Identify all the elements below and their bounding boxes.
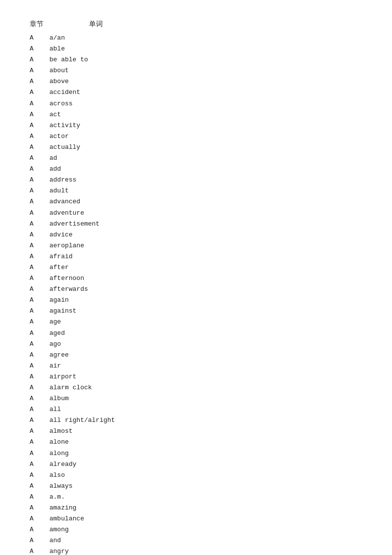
- word-cell: across: [49, 98, 362, 109]
- chapter-cell: A: [30, 306, 44, 317]
- word-cell: act: [49, 109, 362, 120]
- chapter-cell: A: [30, 426, 44, 437]
- word-cell: again: [49, 295, 362, 306]
- table-row: Aad: [30, 153, 362, 164]
- chapter-cell: A: [30, 240, 44, 251]
- chapter-cell: A: [30, 33, 44, 44]
- word-cell: able: [49, 44, 362, 54]
- chapter-cell: A: [30, 317, 44, 327]
- table-row: Aand: [30, 535, 362, 546]
- chapter-cell: A: [30, 393, 44, 404]
- table-row: Aalone: [30, 437, 362, 448]
- chapter-cell: A: [30, 415, 44, 426]
- word-cell: alone: [49, 437, 362, 448]
- word-cell: about: [49, 65, 362, 76]
- chapter-cell: A: [30, 76, 44, 87]
- word-cell: address: [49, 175, 362, 185]
- table-row: Aadventure: [30, 208, 362, 219]
- chapter-cell: A: [30, 164, 44, 175]
- chapter-cell: A: [30, 361, 44, 371]
- chapter-cell: A: [30, 339, 44, 350]
- word-cell: actually: [49, 142, 362, 153]
- word-cell: after: [49, 262, 362, 273]
- word-cell: amazing: [49, 503, 362, 513]
- chapter-cell: A: [30, 481, 44, 492]
- chapter-cell: A: [30, 65, 44, 76]
- word-cell: afraid: [49, 251, 362, 262]
- word-cell: along: [49, 448, 362, 459]
- table-row: Aage: [30, 317, 362, 327]
- chapter-cell: A: [30, 513, 44, 524]
- word-cell: age: [49, 317, 362, 327]
- table-row: Aabout: [30, 65, 362, 76]
- chapter-cell: A: [30, 98, 44, 109]
- table-row: Aalmost: [30, 426, 362, 437]
- table-row: Aactor: [30, 131, 362, 142]
- word-cell: adult: [49, 185, 362, 196]
- table-row: Aalready: [30, 459, 362, 470]
- word-cell: already: [49, 459, 362, 470]
- table-row: Aairport: [30, 371, 362, 382]
- word-cell: advanced: [49, 196, 362, 207]
- chapter-cell: A: [30, 44, 44, 54]
- word-cell: and: [49, 535, 362, 546]
- chapter-cell: A: [30, 295, 44, 306]
- table-row: Aafternoon: [30, 273, 362, 284]
- word-cell: against: [49, 306, 362, 317]
- table-row: Aaddress: [30, 175, 362, 185]
- chapter-cell: A: [30, 524, 44, 535]
- chapter-cell: A: [30, 54, 44, 65]
- table-row: Abe able to: [30, 54, 362, 65]
- chapter-cell: A: [30, 219, 44, 230]
- table-row: Aaeroplane: [30, 240, 362, 251]
- chapter-cell: A: [30, 262, 44, 273]
- word-cell: almost: [49, 426, 362, 437]
- table-row: Aact: [30, 109, 362, 120]
- chapter-cell: A: [30, 404, 44, 415]
- table-row: Aalbum: [30, 393, 362, 404]
- word-cell: among: [49, 524, 362, 535]
- chapter-cell: A: [30, 142, 44, 153]
- chapter-cell: A: [30, 371, 44, 382]
- chapter-cell: A: [30, 350, 44, 361]
- chapter-cell: A: [30, 546, 44, 555]
- table-row: Aadult: [30, 185, 362, 196]
- table-row: Aaccident: [30, 87, 362, 98]
- table-row: Aamong: [30, 524, 362, 535]
- word-list: Aa/anAableAbe able toAaboutAaboveAaccide…: [30, 33, 362, 555]
- chapter-cell: A: [30, 230, 44, 240]
- table-row: Aadvanced: [30, 196, 362, 207]
- word-cell: always: [49, 481, 362, 492]
- table-row: Aamazing: [30, 503, 362, 513]
- word-cell: ambulance: [49, 513, 362, 524]
- word-cell: alarm clock: [49, 382, 362, 393]
- word-cell: add: [49, 164, 362, 175]
- table-row: Aagree: [30, 350, 362, 361]
- word-cell: ad: [49, 153, 362, 164]
- chapter-cell: A: [30, 120, 44, 131]
- word-cell: adventure: [49, 208, 362, 219]
- chapter-cell: A: [30, 273, 44, 284]
- table-row: Aambulance: [30, 513, 362, 524]
- chapter-cell: A: [30, 437, 44, 448]
- word-cell: agree: [49, 350, 362, 361]
- chapter-header: 章节: [30, 20, 89, 29]
- table-row: Aafterwards: [30, 284, 362, 295]
- chapter-cell: A: [30, 196, 44, 207]
- chapter-cell: A: [30, 459, 44, 470]
- table-row: Aabove: [30, 76, 362, 87]
- chapter-cell: A: [30, 470, 44, 481]
- word-cell: ago: [49, 339, 362, 350]
- word-header: 单词: [89, 20, 103, 29]
- word-cell: above: [49, 76, 362, 87]
- chapter-cell: A: [30, 87, 44, 98]
- chapter-cell: A: [30, 153, 44, 164]
- chapter-cell: A: [30, 503, 44, 513]
- table-row: Aall: [30, 404, 362, 415]
- table-row: Aa.m.: [30, 492, 362, 503]
- chapter-cell: A: [30, 382, 44, 393]
- word-cell: aeroplane: [49, 240, 362, 251]
- table-header: 章节 单词: [30, 20, 362, 29]
- word-cell: accident: [49, 87, 362, 98]
- chapter-cell: A: [30, 492, 44, 503]
